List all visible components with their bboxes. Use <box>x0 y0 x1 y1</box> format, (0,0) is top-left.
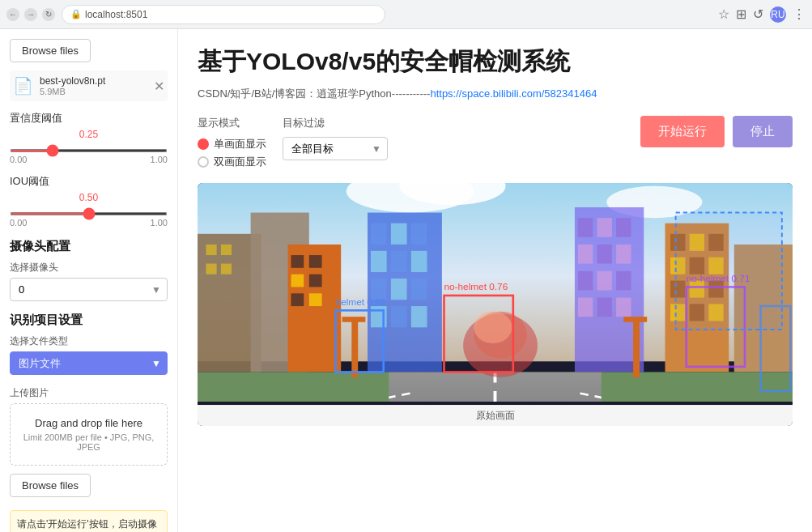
browser-actions: ☆ ⊞ ↺ RU ⋮ <box>718 6 806 23</box>
target-filter-select[interactable]: 全部目标 安全帽 无安全帽 <box>283 137 388 160</box>
svg-rect-34 <box>578 245 593 264</box>
radio-dot-single <box>198 138 209 150</box>
upload-area[interactable]: Drag and drop file here Limit 200MB per … <box>10 403 168 466</box>
drag-drop-text: Drag and drop file here <box>20 417 157 429</box>
svg-rect-67 <box>623 317 647 322</box>
image-label: 原始画面 <box>198 405 793 426</box>
svg-point-72 <box>474 312 512 343</box>
svg-rect-19 <box>391 223 407 245</box>
file-type-select[interactable]: 图片文件 视频文件 <box>10 351 168 375</box>
file-close-button[interactable]: ✕ <box>154 79 164 94</box>
file-size: 5.9MB <box>40 87 147 96</box>
svg-rect-29 <box>411 306 427 327</box>
svg-rect-25 <box>391 279 407 300</box>
svg-rect-20 <box>411 223 427 245</box>
svg-rect-41 <box>597 298 612 317</box>
svg-rect-36 <box>616 245 631 264</box>
update-icon[interactable]: ↺ <box>753 6 763 22</box>
radio-dot-double <box>198 156 209 168</box>
main-layout: Browse files 📄 best-yolov8n.pt 5.9MB ✕ 置… <box>0 29 812 532</box>
iou-label: IOU阈值 <box>10 174 168 189</box>
star-icon[interactable]: ☆ <box>718 6 729 22</box>
svg-rect-26 <box>411 279 427 300</box>
svg-rect-18 <box>371 223 387 245</box>
browse-files-bottom-button[interactable]: Browse files <box>10 474 91 497</box>
svg-rect-39 <box>616 271 631 291</box>
file-type-label: 选择文件类型 <box>10 334 168 348</box>
svg-rect-80 <box>676 213 782 330</box>
svg-rect-31 <box>578 218 593 237</box>
svg-rect-66 <box>633 319 640 377</box>
drag-drop-hint: Limit 200MB per file • JPG, PNG, JPEG <box>20 432 157 452</box>
controls-row: 显示模式 单画面显示 双画面显示 目标过滤 全部目标 安全帽 无安全帽 <box>198 116 793 172</box>
iou-value: 0.50 <box>10 192 168 203</box>
svg-rect-8 <box>206 264 217 275</box>
svg-rect-42 <box>616 298 631 317</box>
stop-button[interactable]: 停止 <box>733 116 793 147</box>
forward-button[interactable]: → <box>24 8 37 21</box>
bilibili-link[interactable]: https://space.bilibili.com/582341464 <box>430 87 597 100</box>
browser-controls: ← → ↻ <box>6 8 55 21</box>
svg-rect-15 <box>291 293 304 306</box>
extensions-icon[interactable]: ⊞ <box>736 6 746 22</box>
svg-rect-11 <box>291 255 304 268</box>
svg-rect-38 <box>597 271 612 291</box>
action-buttons: 开始运行 停止 <box>640 116 793 147</box>
camera-select[interactable]: 0 1 2 <box>10 278 168 301</box>
file-type-select-wrapper: 图片文件 视频文件 ▼ <box>10 351 168 375</box>
city-scene: no-helmet 0.76 helmet 0.82 no-helmet 0.7… <box>198 183 793 402</box>
svg-rect-35 <box>597 245 612 264</box>
mode-single-label: 单画面显示 <box>214 137 266 151</box>
display-mode-group: 显示模式 单画面显示 双画面显示 <box>198 116 266 169</box>
camera-section-header: 摄像头配置 <box>10 239 168 254</box>
file-item: 📄 best-yolov8n.pt 5.9MB ✕ <box>10 70 168 101</box>
account-icon[interactable]: RU <box>770 6 786 23</box>
browse-files-top-button[interactable]: Browse files <box>10 39 91 62</box>
target-filter-group: 目标过滤 全部目标 安全帽 无安全帽 ▼ <box>283 116 388 172</box>
svg-text:no-helmet 0.76: no-helmet 0.76 <box>444 281 508 292</box>
back-button[interactable]: ← <box>6 8 19 21</box>
address-bar[interactable]: 🔒 localhost:8501 <box>62 5 385 24</box>
svg-rect-32 <box>597 218 612 237</box>
app-title: 基于YOLOv8/v5的安全帽检测系统 <box>198 45 793 79</box>
svg-rect-28 <box>391 306 407 327</box>
file-info: best-yolov8n.pt 5.9MB <box>40 75 147 96</box>
refresh-button[interactable]: ↻ <box>42 8 55 21</box>
radio-single[interactable]: 单画面显示 <box>198 137 266 151</box>
iou-slider[interactable] <box>10 212 168 215</box>
display-mode-label: 显示模式 <box>198 116 266 130</box>
menu-icon[interactable]: ⋮ <box>793 6 806 22</box>
svg-rect-63 <box>602 372 793 402</box>
svg-rect-7 <box>221 245 232 255</box>
svg-rect-40 <box>578 298 593 317</box>
confidence-slider[interactable] <box>10 149 168 152</box>
target-filter-label: 目标过滤 <box>283 116 388 130</box>
svg-rect-16 <box>309 293 322 306</box>
start-button[interactable]: 开始运行 <box>640 116 725 147</box>
radio-double[interactable]: 双画面显示 <box>198 155 266 169</box>
target-filter-select-wrapper: 全部目标 安全帽 无安全帽 ▼ <box>283 137 388 160</box>
svg-rect-22 <box>391 251 407 272</box>
image-container: no-helmet 0.76 helmet 0.82 no-helmet 0.7… <box>198 183 793 426</box>
file-icon: 📄 <box>13 76 33 96</box>
svg-rect-65 <box>342 317 366 322</box>
status-message: 请点击'开始运行'按钮，启动摄像头检测! <box>10 510 168 532</box>
svg-rect-14 <box>309 275 322 287</box>
file-name: best-yolov8n.pt <box>40 75 147 87</box>
mode-double-label: 双画面显示 <box>214 155 266 169</box>
svg-rect-6 <box>206 245 217 255</box>
confidence-label: 置信度阈值 <box>10 111 168 126</box>
confidence-value: 0.25 <box>10 129 168 140</box>
svg-rect-64 <box>351 319 358 377</box>
svg-rect-33 <box>616 218 631 237</box>
browser-chrome: ← → ↻ 🔒 localhost:8501 ☆ ⊞ ↺ RU ⋮ <box>0 0 812 29</box>
recognition-section-header: 识别项目设置 <box>10 313 168 328</box>
svg-rect-23 <box>411 251 427 272</box>
upload-label: 上传图片 <box>10 386 168 400</box>
svg-rect-21 <box>371 251 387 272</box>
camera-select-label: 选择摄像头 <box>10 261 168 275</box>
svg-text:helmet 0.82: helmet 0.82 <box>336 296 386 308</box>
svg-rect-37 <box>578 271 593 291</box>
svg-rect-9 <box>221 264 232 275</box>
svg-rect-12 <box>309 255 322 268</box>
